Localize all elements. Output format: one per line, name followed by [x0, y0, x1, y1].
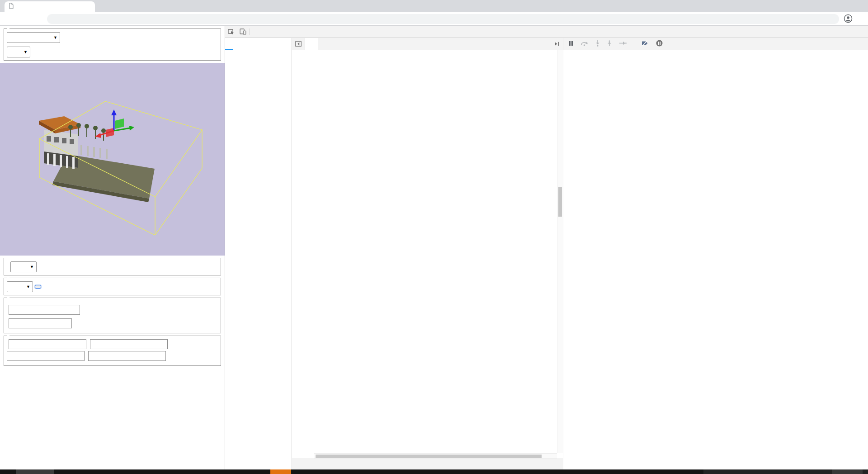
devtools-menu-icon[interactable]: [844, 26, 856, 38]
scrollbar-thumb[interactable]: [316, 455, 542, 458]
navigator-tab-page[interactable]: [225, 38, 233, 50]
editor-status-bar: [292, 459, 563, 469]
devtools: [225, 26, 868, 469]
devtools-close-icon[interactable]: [856, 26, 868, 38]
roam-mode-select[interactable]: ▼: [7, 281, 33, 292]
editor-tab-bar: [292, 38, 563, 50]
debugger-toolbar: [563, 38, 868, 50]
fieldset-view: ▼: [4, 258, 221, 275]
fieldset-data-view: ▼ ▼: [4, 28, 221, 61]
scrollbar-thumb[interactable]: [558, 187, 562, 217]
alpha-input[interactable]: [88, 351, 166, 361]
back-icon[interactable]: [4, 14, 14, 24]
clip-mode-select[interactable]: ▼: [10, 261, 37, 272]
debugger-sidebar: [563, 38, 868, 469]
red-input[interactable]: [9, 339, 86, 349]
show-debugger-sidebar-icon[interactable]: [550, 38, 563, 50]
navigator-header: [225, 38, 292, 50]
pause-on-exceptions-icon[interactable]: [656, 40, 663, 48]
tree-id-input[interactable]: [9, 318, 72, 328]
navigator-menu-icon[interactable]: [284, 38, 292, 50]
fieldset-roam: ▼: [4, 278, 221, 295]
scroll-up-icon[interactable]: [557, 50, 563, 52]
hide-navigator-icon[interactable]: [292, 38, 305, 50]
new-tab-button[interactable]: [99, 2, 111, 11]
file-tree: [225, 50, 292, 52]
browser-toolbar: [0, 12, 868, 26]
model-viewport[interactable]: [0, 63, 225, 256]
url-bar[interactable]: [47, 14, 839, 24]
language-select[interactable]: ▼: [7, 47, 30, 57]
code-editor[interactable]: [292, 50, 563, 459]
editor-pane: [292, 38, 563, 469]
horizontal-scrollbar[interactable]: [314, 453, 557, 459]
navigator-pane: [225, 38, 292, 469]
web-page: ▼ ▼: [0, 26, 225, 469]
device-toolbar-icon[interactable]: [237, 26, 249, 38]
editor-file-tab[interactable]: [305, 38, 318, 50]
fieldset-control: [4, 298, 221, 333]
taskbar-item: [832, 469, 863, 474]
more-tabs-icon[interactable]: [233, 38, 237, 50]
step-out-icon[interactable]: [607, 40, 612, 48]
screen: ▼ ▼: [0, 0, 868, 474]
reset-button[interactable]: [35, 285, 41, 289]
divider: [634, 41, 634, 47]
reload-icon[interactable]: [31, 14, 42, 24]
vertical-scrollbar[interactable]: [557, 50, 563, 453]
step-icon[interactable]: [619, 41, 627, 47]
window-minimize-button[interactable]: [806, 0, 826, 12]
content: ▼ ▼: [0, 26, 868, 469]
window-restore-button[interactable]: [826, 0, 847, 12]
blue-input[interactable]: [7, 351, 85, 361]
taskbar-sliver: [0, 469, 868, 474]
deactivate-breakpoints-icon[interactable]: [642, 40, 649, 47]
taskbar-item: [270, 469, 291, 474]
window-close-button[interactable]: [847, 0, 868, 12]
forward-icon[interactable]: [17, 14, 28, 24]
divider: [250, 28, 250, 35]
avatar-icon[interactable]: [844, 14, 853, 23]
model-select[interactable]: ▼: [7, 32, 60, 43]
browser-tab[interactable]: [5, 1, 95, 12]
sources-panel: [225, 38, 868, 469]
browser-tab-strip: [0, 0, 868, 12]
step-over-icon[interactable]: [580, 40, 588, 47]
window-controls: [806, 0, 868, 12]
batch-id-input[interactable]: [9, 305, 80, 315]
page-favicon-icon: [9, 3, 14, 11]
taskbar-item: [16, 469, 54, 474]
step-into-icon[interactable]: [595, 40, 600, 48]
fieldset-settings: [4, 336, 221, 366]
green-input[interactable]: [90, 339, 168, 349]
inspect-element-icon[interactable]: [225, 26, 237, 38]
devtools-tab-bar: [225, 26, 868, 38]
pause-script-icon[interactable]: [569, 41, 573, 47]
